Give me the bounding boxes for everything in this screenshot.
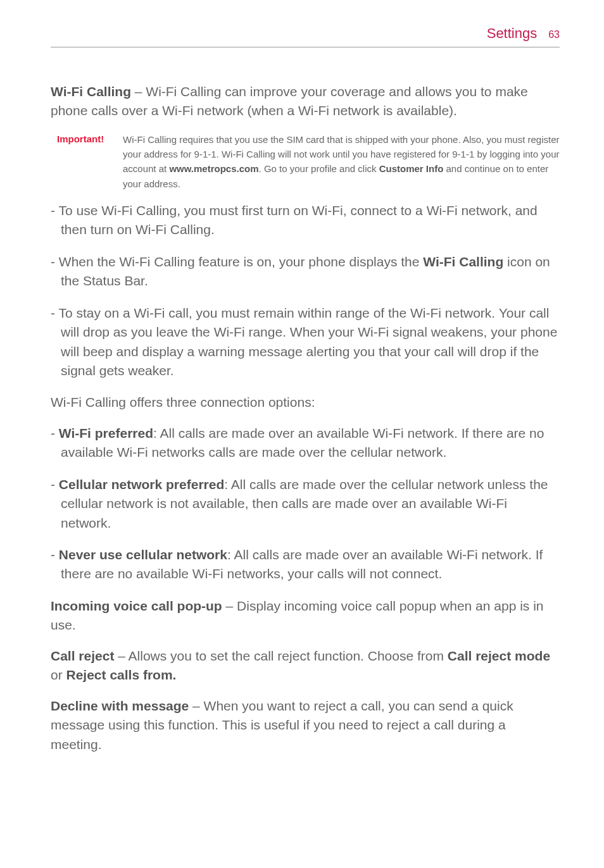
important-url: www.metropcs.com [169, 163, 258, 174]
incoming-para: Incoming voice call pop-up – Display inc… [51, 597, 560, 635]
important-label: Important! [57, 132, 115, 191]
call-reject-title: Call reject [51, 648, 114, 663]
option-3: - Never use cellular network: All calls … [51, 545, 560, 584]
wifi-calling-bold: Wi-Fi Calling [423, 254, 503, 269]
wifi-calling-title: Wi-Fi Calling [51, 84, 131, 99]
bullet-3: - To stay on a Wi-Fi call, you must rema… [51, 304, 560, 381]
option-1: - Wi-Fi preferred: All calls are made ov… [51, 424, 560, 462]
customer-info-bold: Customer Info [379, 163, 444, 174]
option-2-title: Cellular network preferred [59, 477, 224, 492]
important-block: Important! Wi-Fi Calling requires that y… [57, 132, 560, 191]
wifi-calling-para: Wi-Fi Calling – Wi-Fi Calling can improv… [51, 82, 560, 121]
bullet-2: - When the Wi-Fi Calling feature is on, … [51, 252, 560, 291]
option-3-title: Never use cellular network [59, 547, 227, 562]
bullet-1: - To use Wi-Fi Calling, you must first t… [51, 201, 560, 240]
decline-para: Decline with message – When you want to … [51, 697, 560, 754]
option-1-title: Wi-Fi preferred [59, 426, 153, 440]
option-2: - Cellular network preferred: All calls … [51, 475, 560, 533]
options-intro: Wi-Fi Calling offers three connection op… [51, 393, 560, 412]
incoming-title: Incoming voice call pop-up [51, 598, 222, 613]
reject-calls-from-bold: Reject calls from. [66, 667, 177, 682]
section-title: Settings [487, 25, 538, 42]
call-reject-mode-bold: Call reject mode [448, 648, 550, 663]
important-text: Wi-Fi Calling requires that you use the … [123, 132, 560, 191]
call-reject-para: Call reject – Allows you to set the call… [51, 647, 560, 685]
page-header: Settings 63 [51, 25, 560, 47]
page-number: 63 [548, 29, 560, 40]
decline-title: Decline with message [51, 698, 189, 713]
